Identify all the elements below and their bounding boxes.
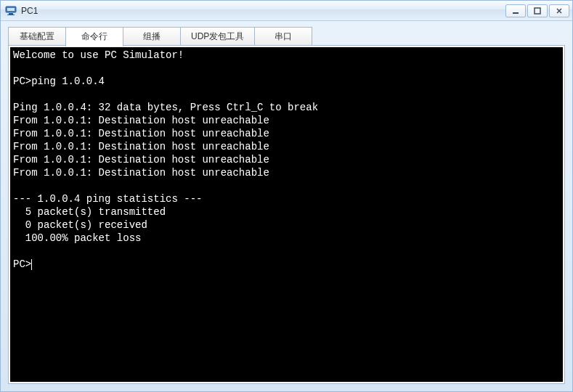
titlebar[interactable]: PC1 <box>1 1 572 21</box>
terminal-line: 100.00% packet loss <box>13 232 141 244</box>
terminal-line: PC>ping 1.0.0.4 <box>13 75 105 87</box>
tab-serial[interactable]: 串口 <box>254 27 312 46</box>
terminal-line: From 1.0.0.1: Destination host unreachab… <box>13 141 269 152</box>
terminal-line: From 1.0.0.1: Destination host unreachab… <box>13 115 269 126</box>
terminal[interactable]: Welcome to use PC Simulator! PC>ping 1.0… <box>10 47 563 382</box>
app-window: PC1 基础配置 命令行 组播 UDP发包工具 串口 Welcome to us… <box>0 0 573 392</box>
terminal-line: From 1.0.0.1: Destination host unreachab… <box>13 167 269 179</box>
tab-cli[interactable]: 命令行 <box>65 27 123 46</box>
terminal-line: Ping 1.0.0.4: 32 data bytes, Press Ctrl_… <box>13 102 318 113</box>
window-title: PC1 <box>21 6 505 16</box>
tab-panel: Welcome to use PC Simulator! PC>ping 1.0… <box>8 45 565 384</box>
close-button[interactable] <box>549 4 569 17</box>
svg-rect-1 <box>7 8 15 11</box>
svg-rect-2 <box>9 13 13 15</box>
terminal-line: PC> <box>13 258 31 270</box>
window-controls <box>505 4 569 17</box>
maximize-button[interactable] <box>527 4 548 17</box>
minimize-button[interactable] <box>505 4 526 17</box>
terminal-line: From 1.0.0.1: Destination host unreachab… <box>13 128 269 139</box>
tab-udp-tool[interactable]: UDP发包工具 <box>180 27 255 46</box>
terminal-cursor <box>31 259 32 270</box>
terminal-line: Welcome to use PC Simulator! <box>13 49 184 61</box>
terminal-line: 0 packet(s) received <box>13 219 147 231</box>
terminal-line: 5 packet(s) transmitted <box>13 206 166 218</box>
tab-basic-config[interactable]: 基础配置 <box>8 27 66 46</box>
terminal-line: From 1.0.0.1: Destination host unreachab… <box>13 154 269 166</box>
tab-multicast[interactable]: 组播 <box>123 27 181 46</box>
terminal-line: --- 1.0.0.4 ping statistics --- <box>13 193 202 205</box>
content-area: 基础配置 命令行 组播 UDP发包工具 串口 Welcome to use PC… <box>1 21 572 391</box>
svg-rect-5 <box>535 8 540 14</box>
svg-rect-3 <box>7 15 15 15</box>
svg-rect-4 <box>513 12 519 14</box>
tab-bar: 基础配置 命令行 组播 UDP发包工具 串口 <box>8 27 565 46</box>
app-icon <box>5 5 17 17</box>
